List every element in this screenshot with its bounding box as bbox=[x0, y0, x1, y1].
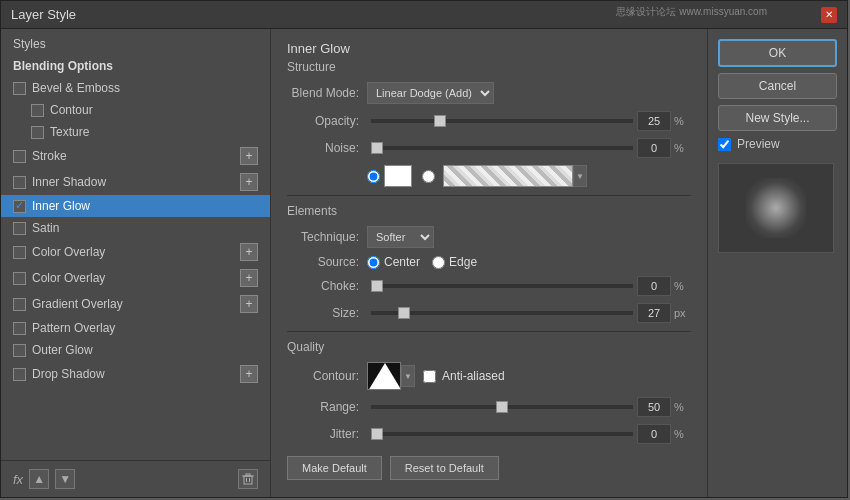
sidebar-item-gradient-overlay[interactable]: Gradient Overlay + bbox=[1, 291, 270, 317]
size-unit: px bbox=[671, 307, 691, 319]
preview-checkbox[interactable] bbox=[718, 138, 731, 151]
opacity-label: Opacity: bbox=[287, 114, 367, 128]
pattern-overlay-checkbox[interactable] bbox=[13, 322, 26, 335]
choke-row: Choke: % bbox=[287, 276, 691, 296]
sidebar-item-outer-glow[interactable]: Outer Glow bbox=[1, 339, 270, 361]
stroke-checkbox[interactable] bbox=[13, 150, 26, 163]
gradient-overlay-checkbox[interactable] bbox=[13, 298, 26, 311]
sidebar-item-texture[interactable]: Texture bbox=[1, 121, 270, 143]
choke-slider[interactable] bbox=[371, 284, 633, 288]
noise-value[interactable] bbox=[637, 138, 671, 158]
sidebar-item-pattern-overlay[interactable]: Pattern Overlay bbox=[1, 317, 270, 339]
watermark: 思缘设计论坛 www.missyuan.com bbox=[616, 5, 767, 19]
cancel-button[interactable]: Cancel bbox=[718, 73, 837, 99]
opacity-row: Opacity: % bbox=[287, 111, 691, 131]
bevel-emboss-checkbox[interactable] bbox=[13, 82, 26, 95]
elements-section-title: Elements bbox=[287, 204, 691, 218]
drop-shadow-add-button[interactable]: + bbox=[240, 365, 258, 383]
reset-to-default-button[interactable]: Reset to Default bbox=[390, 456, 499, 480]
color-overlay-1-checkbox[interactable] bbox=[13, 246, 26, 259]
sidebar-item-contour[interactable]: Contour bbox=[1, 99, 270, 121]
title-bar: Layer Style 思缘设计论坛 www.missyuan.com ✕ bbox=[1, 1, 847, 29]
sidebar-item-color-overlay-1[interactable]: Color Overlay + bbox=[1, 239, 270, 265]
sidebar-item-drop-shadow[interactable]: Drop Shadow + bbox=[1, 361, 270, 387]
sidebar-item-bevel-emboss[interactable]: Bevel & Emboss bbox=[1, 77, 270, 99]
color-swatch[interactable] bbox=[384, 165, 412, 187]
noise-row: Noise: % bbox=[287, 138, 691, 158]
preview-inner bbox=[746, 178, 806, 238]
inner-shadow-add-button[interactable]: + bbox=[240, 173, 258, 191]
size-row: Size: px bbox=[287, 303, 691, 323]
opacity-value[interactable] bbox=[637, 111, 671, 131]
delete-button[interactable] bbox=[238, 469, 258, 489]
jitter-unit: % bbox=[671, 428, 691, 440]
color-overlay-2-add-button[interactable]: + bbox=[240, 269, 258, 287]
source-center-label: Center bbox=[384, 255, 420, 269]
source-edge-label: Edge bbox=[449, 255, 477, 269]
drop-shadow-checkbox[interactable] bbox=[13, 368, 26, 381]
jitter-slider[interactable] bbox=[371, 432, 633, 436]
choke-value[interactable] bbox=[637, 276, 671, 296]
blend-mode-label: Blend Mode: bbox=[287, 86, 367, 100]
gradient-overlay-add-button[interactable]: + bbox=[240, 295, 258, 313]
blend-mode-select[interactable]: Linear Dodge (Add) Normal Screen Overlay bbox=[367, 82, 494, 104]
make-default-button[interactable]: Make Default bbox=[287, 456, 382, 480]
range-slider[interactable] bbox=[371, 405, 633, 409]
size-slider[interactable] bbox=[371, 311, 633, 315]
sidebar-item-stroke[interactable]: Stroke + bbox=[1, 143, 270, 169]
source-edge-option[interactable]: Edge bbox=[432, 255, 477, 269]
range-unit: % bbox=[671, 401, 691, 413]
jitter-row: Jitter: % bbox=[287, 424, 691, 444]
sidebar-item-inner-shadow[interactable]: Inner Shadow + bbox=[1, 169, 270, 195]
source-center-option[interactable]: Center bbox=[367, 255, 420, 269]
size-value[interactable] bbox=[637, 303, 671, 323]
stroke-label: Stroke bbox=[32, 149, 67, 163]
choke-unit: % bbox=[671, 280, 691, 292]
source-edge-radio[interactable] bbox=[432, 256, 445, 269]
satin-checkbox[interactable] bbox=[13, 222, 26, 235]
texture-checkbox[interactable] bbox=[31, 126, 44, 139]
fx-label: fx bbox=[13, 472, 23, 487]
technique-select[interactable]: Softer Precise bbox=[367, 226, 434, 248]
solid-color-radio[interactable] bbox=[367, 170, 380, 183]
contour-dropdown-button[interactable]: ▼ bbox=[401, 365, 415, 387]
color-overlay-1-add-button[interactable]: + bbox=[240, 243, 258, 261]
stroke-add-button[interactable]: + bbox=[240, 147, 258, 165]
move-up-button[interactable]: ▲ bbox=[29, 469, 49, 489]
dialog-body: Styles Blending Options Bevel & Emboss C… bbox=[1, 29, 847, 497]
range-value[interactable] bbox=[637, 397, 671, 417]
close-button[interactable]: ✕ bbox=[821, 7, 837, 23]
technique-row: Technique: Softer Precise bbox=[287, 226, 691, 248]
new-style-button[interactable]: New Style... bbox=[718, 105, 837, 131]
noise-slider[interactable] bbox=[371, 146, 633, 150]
contour-checkbox[interactable] bbox=[31, 104, 44, 117]
sidebar-item-inner-glow[interactable]: Inner Glow bbox=[1, 195, 270, 217]
opacity-slider[interactable] bbox=[371, 119, 633, 123]
source-center-radio[interactable] bbox=[367, 256, 380, 269]
sidebar-item-satin[interactable]: Satin bbox=[1, 217, 270, 239]
preview-canvas bbox=[718, 163, 834, 253]
inner-glow-checkbox[interactable] bbox=[13, 200, 26, 213]
anti-alias-label: Anti-aliased bbox=[442, 369, 505, 383]
blending-options-label: Blending Options bbox=[13, 59, 113, 73]
bottom-buttons: Make Default Reset to Default bbox=[287, 456, 691, 480]
color-overlay-2-label: Color Overlay bbox=[32, 271, 105, 285]
range-slider-container bbox=[367, 405, 637, 409]
gradient-dropdown-button[interactable]: ▼ bbox=[573, 165, 587, 187]
sidebar-item-blending-options[interactable]: Blending Options bbox=[1, 55, 270, 77]
contour-thumbnail[interactable] bbox=[367, 362, 401, 390]
sidebar-item-color-overlay-2[interactable]: Color Overlay + bbox=[1, 265, 270, 291]
color-overlay-2-checkbox[interactable] bbox=[13, 272, 26, 285]
inner-shadow-checkbox[interactable] bbox=[13, 176, 26, 189]
inner-shadow-label: Inner Shadow bbox=[32, 175, 106, 189]
gradient-swatch[interactable] bbox=[443, 165, 573, 187]
move-down-button[interactable]: ▼ bbox=[55, 469, 75, 489]
quality-section-title: Quality bbox=[287, 340, 691, 354]
anti-alias-checkbox[interactable] bbox=[423, 370, 436, 383]
ok-button[interactable]: OK bbox=[718, 39, 837, 67]
pattern-overlay-label: Pattern Overlay bbox=[32, 321, 115, 335]
gradient-radio[interactable] bbox=[422, 170, 435, 183]
jitter-value[interactable] bbox=[637, 424, 671, 444]
outer-glow-checkbox[interactable] bbox=[13, 344, 26, 357]
elements-section: Elements Technique: Softer Precise Sourc… bbox=[287, 204, 691, 323]
